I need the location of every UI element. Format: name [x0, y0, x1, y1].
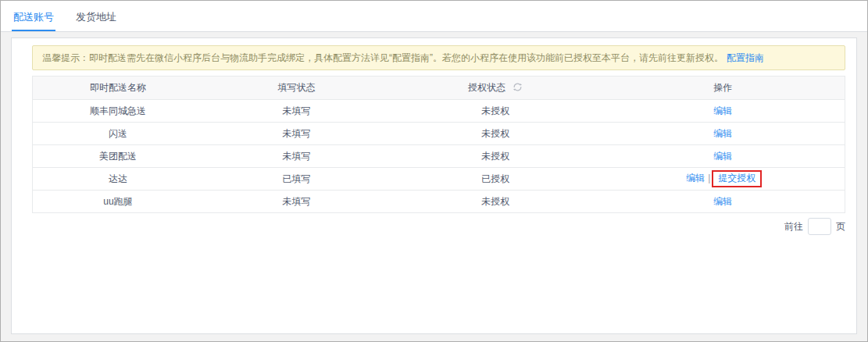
- fill-status-cell: 未填写: [203, 191, 390, 213]
- table-row: 闪送 未填写 未授权 编辑: [33, 123, 845, 145]
- edit-link[interactable]: 编辑: [713, 128, 732, 139]
- edit-link[interactable]: 编辑: [713, 196, 732, 207]
- tab-bar: 配送账号 发货地址: [1, 1, 867, 32]
- auth-status-cell: 未授权: [390, 100, 601, 123]
- panel: 温馨提示：即时配送需先在微信小程序后台与物流助手完成绑定，具体配置方法详见“配置…: [11, 37, 857, 334]
- actions-cell: 编辑: [601, 145, 845, 168]
- actions-cell: 编辑: [601, 123, 845, 145]
- col-fill-status-header: 填写状态: [203, 77, 390, 100]
- table-row: 美团配送 未填写 未授权 编辑: [33, 145, 845, 168]
- fill-status-cell: 已填写: [203, 168, 390, 191]
- delivery-name-cell: 闪送: [33, 123, 203, 145]
- refresh-icon[interactable]: [513, 82, 523, 92]
- table-body: 顺丰同城急送 未填写 未授权 编辑 闪送 未填写 未授权 编辑 美团配送 未填写…: [33, 100, 845, 213]
- page-unit-label: 页: [836, 220, 845, 233]
- goto-label: 前往: [784, 220, 803, 233]
- tab-shipping-address[interactable]: 发货地址: [74, 10, 118, 31]
- actions-cell: 编辑|提交授权: [601, 168, 845, 191]
- fill-status-cell: 未填写: [203, 100, 390, 123]
- col-fill-status-label: 填写状态: [277, 82, 315, 93]
- table-row: uu跑腿 未填写 未授权 编辑: [33, 191, 845, 213]
- delivery-table: 即时配送名称 填写状态 授权状态: [32, 76, 845, 213]
- auth-status-cell: 未授权: [390, 123, 601, 145]
- table-row: 达达 已填写 已授权 编辑|提交授权: [33, 168, 845, 191]
- notice-text: 温馨提示：即时配送需先在微信小程序后台与物流助手完成绑定，具体配置方法详见“配置…: [42, 52, 723, 65]
- table-header-row: 即时配送名称 填写状态 授权状态: [33, 77, 845, 100]
- fill-status-cell: 未填写: [203, 123, 390, 145]
- notice-bar: 温馨提示：即时配送需先在微信小程序后台与物流助手完成绑定，具体配置方法详见“配置…: [32, 45, 845, 70]
- col-operation-header: 操作: [601, 77, 845, 100]
- config-guide-link[interactable]: 配置指南: [727, 52, 764, 65]
- col-delivery-name-label: 即时配送名称: [90, 82, 146, 93]
- col-operation-label: 操作: [713, 82, 732, 93]
- edit-link[interactable]: 编辑: [686, 173, 705, 183]
- auth-status-cell: 未授权: [390, 191, 601, 213]
- actions-cell: 编辑: [601, 191, 845, 213]
- delivery-name-cell: 美团配送: [33, 145, 203, 168]
- auth-status-cell: 未授权: [390, 145, 601, 168]
- pagination: 前往 页: [32, 218, 845, 235]
- content-area: 温馨提示：即时配送需先在微信小程序后台与物流助手完成绑定，具体配置方法详见“配置…: [1, 32, 867, 341]
- delivery-name-cell: uu跑腿: [33, 191, 203, 213]
- auth-status-cell: 已授权: [390, 168, 601, 191]
- fill-status-cell: 未填写: [203, 145, 390, 168]
- delivery-name-cell: 顺丰同城急送: [33, 100, 203, 123]
- col-auth-status-label: 授权状态: [468, 82, 505, 93]
- delivery-name-cell: 达达: [33, 168, 203, 191]
- actions-cell: 编辑: [601, 100, 845, 123]
- page-jump-input[interactable]: [808, 218, 831, 235]
- edit-link[interactable]: 编辑: [713, 105, 732, 116]
- col-auth-status-header: 授权状态: [390, 77, 601, 100]
- edit-link[interactable]: 编辑: [713, 151, 732, 162]
- tab-delivery-account[interactable]: 配送账号: [12, 10, 55, 31]
- submit-auth-link[interactable]: 提交授权: [718, 173, 755, 183]
- action-separator: |: [708, 173, 710, 183]
- page: 配送账号 发货地址 温馨提示：即时配送需先在微信小程序后台与物流助手完成绑定，具…: [0, 0, 868, 342]
- table-row: 顺丰同城急送 未填写 未授权 编辑: [33, 100, 845, 123]
- annotation-highlight-box: 提交授权: [712, 170, 762, 187]
- col-delivery-name-header: 即时配送名称: [33, 77, 203, 100]
